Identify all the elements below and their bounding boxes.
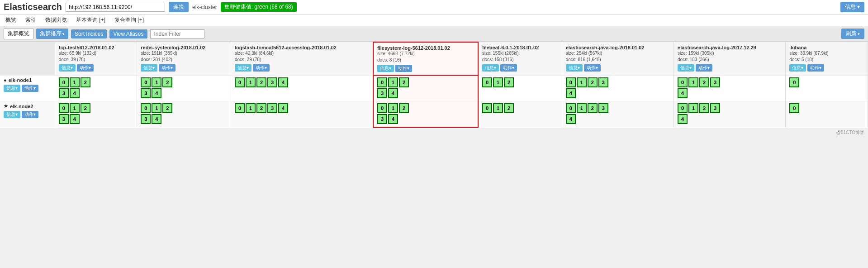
- node1-action-btn[interactable]: 动作▾: [22, 85, 38, 92]
- info-button[interactable]: 信息 ▾: [840, 2, 864, 12]
- shard-box: 2: [699, 103, 709, 113]
- filesystem-info-btn[interactable]: 信息▾: [377, 65, 394, 72]
- esjava2018-info-btn[interactable]: 信息▾: [566, 64, 583, 72]
- node1-redis-shards: 0 1 2 3 4: [137, 75, 231, 101]
- shard-box: 2: [504, 77, 514, 87]
- shard-box: 3: [710, 103, 720, 113]
- node2-filebeat-shards: 0 1 2: [478, 101, 562, 128]
- node1-label: elk-node1: [9, 77, 32, 83]
- shard-box: 1: [493, 77, 503, 87]
- main-content: tcp-test5612-2018.01.02 size: 65.9ki (13…: [0, 42, 868, 128]
- shard-box: 4: [388, 114, 398, 124]
- node1-info-btn[interactable]: 信息▾: [4, 85, 20, 92]
- node2-label: elk-node2: [10, 104, 33, 109]
- col-header-logstash-tomcat: logstash-tomcat5612-accesslog-2018.01.02…: [231, 42, 373, 75]
- shard-box: 2: [588, 77, 598, 87]
- shard-box: 2: [162, 103, 172, 113]
- filesystem-action-btn[interactable]: 动作▾: [395, 65, 412, 72]
- filebeat-info-btn[interactable]: 信息▾: [482, 64, 499, 72]
- shard-box: 4: [152, 88, 161, 98]
- shard-box: 0: [235, 77, 245, 87]
- node2-esjava2017-shards: 0 1 2 3 4: [674, 101, 786, 128]
- shard-box: 0: [566, 103, 576, 113]
- shard-box: 4: [278, 103, 288, 113]
- filebeat-action-btn[interactable]: 动作▾: [500, 64, 517, 72]
- url-input[interactable]: [66, 3, 165, 12]
- node2-action-btn[interactable]: 动作▾: [22, 111, 38, 118]
- node1-esjava2017-shards: 0 1 2 3 4: [674, 75, 786, 101]
- col-header-es-java-2018: elasticsearch-java-log-2018.01.02 size: …: [562, 42, 674, 75]
- node1-tcp-shards: 0 1 2 3 4: [55, 75, 137, 101]
- shard-box: 3: [267, 77, 277, 87]
- table-row: ★ elk-node2 信息▾ 动作▾ 0 1 2: [0, 101, 868, 128]
- node2-redis-shards: 0 1 2 3 4: [137, 101, 231, 128]
- toolbar: 集群概览 集群排序 ▾ Sort Indices View Aliases 刷新…: [0, 26, 868, 42]
- col-header-filebeat: filebeat-6.0.1-2018.01.02 size: 155ki (2…: [478, 42, 562, 75]
- node2-cell: ★ elk-node2 信息▾ 动作▾: [0, 101, 55, 128]
- redis-action-btn[interactable]: 动作▾: [159, 64, 175, 72]
- nav-complex-query[interactable]: 复合查询 [+]: [113, 15, 146, 25]
- shard-box: 0: [789, 103, 799, 113]
- view-aliases-btn[interactable]: View Aliases: [109, 29, 147, 38]
- shard-box: 0: [141, 77, 151, 87]
- node2-filesystem-shards: 0 1 2 3 4: [373, 101, 478, 128]
- logstash-info-btn[interactable]: 信息▾: [235, 64, 251, 72]
- app-title: Elasticsearch: [4, 2, 62, 12]
- tcp-info-btn[interactable]: 信息▾: [59, 64, 76, 72]
- kibana-info-btn[interactable]: 信息▾: [789, 64, 806, 72]
- esjava2017-info-btn[interactable]: 信息▾: [678, 64, 694, 72]
- shard-box: 4: [278, 77, 288, 87]
- shard-box: 1: [688, 103, 698, 113]
- shard-box: 0: [678, 103, 688, 113]
- esjava2018-action-btn[interactable]: 动作▾: [584, 64, 601, 72]
- refresh-btn[interactable]: 刷新 ▾: [841, 29, 864, 39]
- node1-filebeat-shards: 0 1 2: [478, 75, 562, 101]
- shard-box: 1: [152, 103, 161, 113]
- shard-box: 1: [388, 77, 398, 87]
- sort-indices-btn[interactable]: Sort Indices: [71, 29, 107, 38]
- connect-button[interactable]: 连接: [169, 2, 189, 12]
- node1-filesystem-shards: 0 1 2 3 4: [373, 75, 478, 101]
- col-header-kibana: .kibana size: 33.9ki (67.9ki)docs: 5 (10…: [786, 42, 868, 75]
- logstash-action-btn[interactable]: 动作▾: [253, 64, 270, 72]
- shard-box: 2: [256, 103, 266, 113]
- node1-logstash-shards: 0 1 2 3 4: [231, 75, 373, 101]
- kibana-action-btn[interactable]: 动作▾: [807, 64, 824, 72]
- tcp-action-btn[interactable]: 动作▾: [77, 64, 94, 72]
- nav-index[interactable]: 索引: [24, 15, 38, 25]
- shard-box: 4: [566, 114, 576, 124]
- shard-box: 1: [246, 103, 256, 113]
- shard-box: 1: [246, 77, 256, 87]
- shard-box: 1: [70, 77, 80, 87]
- shard-box: 0: [235, 103, 245, 113]
- shard-box: 0: [59, 77, 69, 87]
- table-row: ● elk-node1 信息▾ 动作▾ 0 1 2: [0, 75, 868, 101]
- shard-box: 3: [59, 88, 69, 98]
- node2-tcp-shards: 0 1 2 3 4: [55, 101, 137, 128]
- shard-box: 3: [710, 77, 720, 87]
- redis-info-btn[interactable]: 信息▾: [141, 64, 157, 72]
- node2-esjava2018-shards: 0 1 2 3 4: [562, 101, 674, 128]
- shard-box: 1: [577, 103, 587, 113]
- col-header-filesystem-log: filesystem-log-5612-2018.01.02 size: 466…: [373, 42, 478, 75]
- shard-box: 3: [598, 103, 608, 113]
- nav-basic-query[interactable]: 基本查询 [+]: [74, 15, 107, 25]
- nav-data-browse[interactable]: 数据浏览: [43, 15, 69, 25]
- shard-box: 1: [388, 103, 398, 113]
- footer: @51CTO博客: [0, 128, 868, 138]
- nav-overview[interactable]: 概览: [4, 15, 18, 25]
- shard-box: 4: [678, 88, 688, 98]
- shard-box: 3: [59, 114, 69, 124]
- footer-text: @51CTO博客: [836, 130, 864, 135]
- index-filter-input[interactable]: [150, 29, 204, 38]
- cluster-sort-btn[interactable]: 集群排序 ▾: [36, 29, 68, 39]
- shard-box: 1: [688, 77, 698, 87]
- nav-bar: 概览 索引 数据浏览 基本查询 [+] 复合查询 [+]: [0, 14, 868, 26]
- shard-box: 0: [377, 103, 387, 113]
- shard-box: 2: [588, 103, 598, 113]
- esjava2017-action-btn[interactable]: 动作▾: [696, 64, 712, 72]
- node2-kibana-shards: 0: [786, 101, 868, 128]
- cluster-overview-btn[interactable]: 集群概览: [4, 28, 33, 39]
- node2-info-btn[interactable]: 信息▾: [4, 111, 20, 118]
- header: Elasticsearch 连接 elk-cluster 集群健康值: gree…: [0, 0, 868, 14]
